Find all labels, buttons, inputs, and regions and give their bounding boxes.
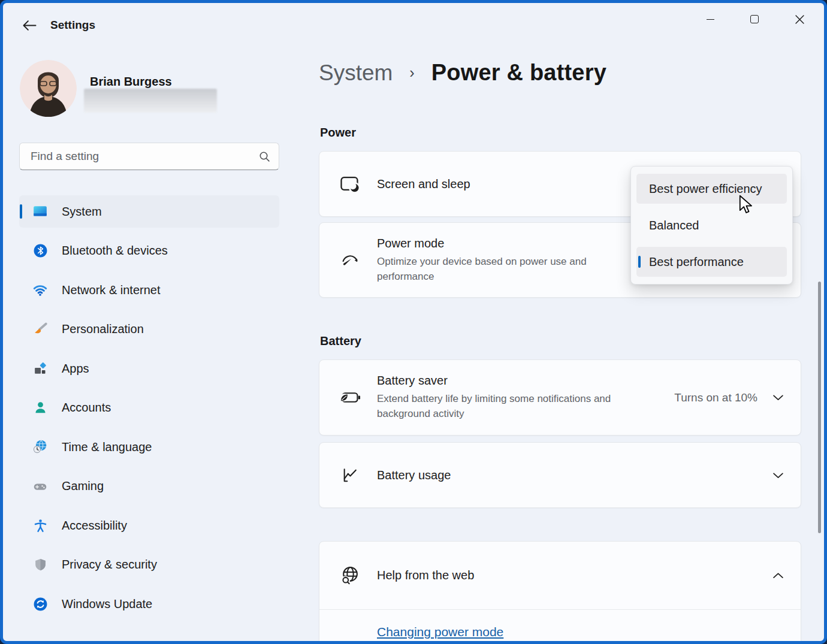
sidebar-item-apps[interactable]: Apps	[19, 352, 279, 385]
network-wifi-icon	[32, 282, 48, 298]
sidebar-item-label: Windows Update	[62, 597, 152, 611]
profile-name: Brian Burgess	[90, 75, 172, 89]
battery-usage-card[interactable]: Battery usage	[319, 442, 801, 508]
system-icon	[32, 204, 48, 219]
dropdown-option-best-power-efficiency[interactable]: Best power efficiency	[636, 174, 787, 204]
breadcrumb: System › Power & battery	[319, 60, 606, 86]
apps-icon	[32, 361, 48, 376]
avatar	[20, 60, 77, 117]
sidebar-item-privacy-security[interactable]: Privacy & security	[19, 549, 279, 581]
back-button[interactable]	[18, 14, 41, 37]
sidebar-item-label: System	[62, 205, 102, 219]
sidebar-nav: System Bluetooth & devices Network & int…	[19, 195, 279, 620]
accounts-person-icon	[32, 400, 48, 416]
profile-email-redacted	[84, 89, 217, 113]
changing-power-mode-link[interactable]: Changing power mode	[377, 625, 503, 639]
battery-saver-card[interactable]: Battery saver Extend battery life by lim…	[319, 359, 801, 436]
sidebar-item-label: Privacy & security	[62, 558, 157, 572]
chevron-up-icon[interactable]	[772, 572, 784, 579]
battery-saver-value: Turns on at 10%	[674, 391, 757, 404]
sidebar-item-label: Accessibility	[62, 519, 127, 533]
power-mode-subtitle: Optimize your device based on power use …	[377, 254, 606, 284]
page-title: Power & battery	[431, 60, 606, 86]
sidebar-item-label: Time & language	[62, 440, 152, 454]
battery-usage-chart-icon	[339, 467, 361, 484]
battery-saver-subtitle: Extend battery life by limiting some not…	[377, 391, 641, 421]
sidebar-item-label: Apps	[62, 362, 89, 376]
close-button[interactable]	[785, 7, 814, 32]
screen-sleep-icon	[339, 176, 361, 193]
app-title: Settings	[50, 19, 95, 32]
sidebar-item-label: Accounts	[62, 401, 111, 415]
sidebar-item-accessibility[interactable]: Accessibility	[19, 509, 279, 542]
help-from-web-card: Help from the web Changing power mode	[319, 541, 801, 644]
sidebar-item-network-internet[interactable]: Network & internet	[19, 274, 279, 306]
battery-saver-title: Battery saver	[377, 374, 674, 388]
sidebar-item-system[interactable]: System	[19, 195, 279, 228]
settings-window: Settings Brian Burgess System	[0, 0, 827, 644]
search-box	[19, 143, 279, 170]
dropdown-option-best-performance[interactable]: Best performance	[636, 247, 787, 277]
sidebar-item-label: Network & internet	[62, 283, 161, 297]
breadcrumb-separator-icon: ›	[409, 64, 414, 81]
search-input[interactable]	[29, 149, 259, 164]
help-links-section: Changing power mode	[319, 609, 801, 639]
sidebar-item-windows-update[interactable]: Windows Update	[19, 588, 279, 620]
search-icon	[259, 151, 270, 162]
chevron-down-icon[interactable]	[772, 472, 784, 479]
battery-saver-icon	[339, 389, 361, 406]
power-mode-dropdown: Best power efficiency Balanced Best perf…	[630, 166, 793, 285]
close-icon	[795, 15, 804, 24]
vertical-scrollbar-thumb[interactable]	[818, 282, 821, 533]
breadcrumb-parent[interactable]: System	[319, 61, 393, 86]
battery-usage-title: Battery usage	[377, 468, 772, 482]
sidebar-item-label: Bluetooth & devices	[62, 244, 168, 258]
help-from-web-header[interactable]: Help from the web	[319, 542, 801, 609]
maximize-button[interactable]	[740, 7, 769, 32]
minimize-button[interactable]	[696, 7, 725, 32]
sidebar-item-label: Personalization	[62, 322, 144, 336]
maximize-icon	[750, 15, 759, 23]
sidebar-item-personalization[interactable]: Personalization	[19, 313, 279, 346]
sidebar-item-label: Gaming	[62, 479, 104, 493]
accessibility-icon	[32, 518, 48, 533]
power-mode-gauge-icon	[339, 251, 361, 270]
web-help-globe-icon	[339, 566, 361, 586]
privacy-shield-icon	[32, 557, 48, 573]
windows-update-icon	[32, 596, 48, 612]
bluetooth-icon	[32, 243, 48, 259]
battery-section-heading: Battery	[320, 334, 361, 348]
power-section-heading: Power	[320, 126, 356, 140]
personalization-brush-icon	[32, 322, 48, 337]
sidebar-item-time-language[interactable]: Time & language	[19, 431, 279, 463]
sidebar-item-accounts[interactable]: Accounts	[19, 392, 279, 424]
back-arrow-icon	[22, 20, 37, 31]
minimize-icon	[707, 19, 714, 20]
dropdown-option-balanced[interactable]: Balanced	[636, 210, 787, 240]
sidebar-item-gaming[interactable]: Gaming	[19, 470, 279, 503]
time-language-icon	[32, 439, 48, 455]
help-from-web-title: Help from the web	[377, 569, 772, 582]
chevron-down-icon[interactable]	[772, 394, 784, 401]
sidebar-item-bluetooth-devices[interactable]: Bluetooth & devices	[19, 235, 279, 267]
gaming-gamepad-icon	[32, 479, 48, 494]
